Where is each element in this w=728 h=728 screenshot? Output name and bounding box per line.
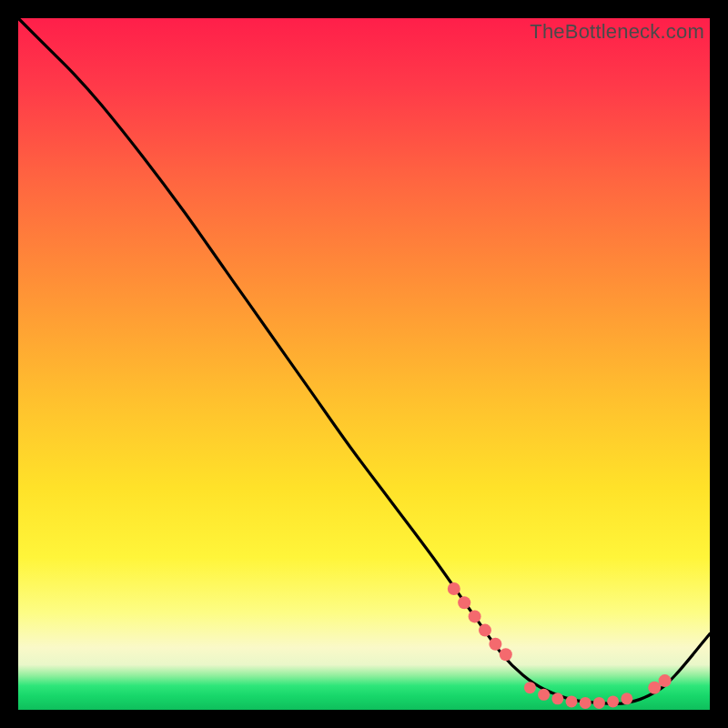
curve-marker xyxy=(607,695,619,707)
curve-marker xyxy=(551,693,563,704)
curve-marker xyxy=(659,674,672,687)
curve-marker xyxy=(538,689,550,701)
curve-markers xyxy=(448,582,672,709)
curve-marker xyxy=(524,682,536,693)
curve-marker xyxy=(479,624,491,637)
watermark-text: TheBottleneck.com xyxy=(530,20,704,44)
curve-marker xyxy=(580,697,592,709)
chart-svg xyxy=(18,18,710,710)
curve-marker xyxy=(448,582,460,595)
curve-marker xyxy=(469,610,481,622)
curve-marker xyxy=(489,638,501,651)
curve-marker xyxy=(500,648,512,661)
curve-marker xyxy=(566,695,578,707)
curve-marker xyxy=(621,693,632,704)
bottleneck-curve xyxy=(18,18,710,703)
curve-marker xyxy=(458,596,470,609)
curve-marker xyxy=(648,682,661,694)
curve-marker xyxy=(593,697,605,709)
chart-frame: TheBottleneck.com xyxy=(18,18,710,710)
